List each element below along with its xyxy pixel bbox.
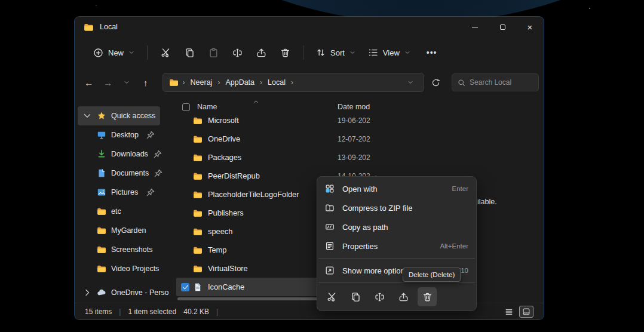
pin-icon [154, 168, 163, 178]
status-divider: | [119, 308, 121, 316]
file-name: Temp [208, 245, 226, 254]
sidebar-item-onedrive[interactable]: OneDrive - Perso [78, 283, 160, 302]
menu-item-label: Copy as path [342, 223, 388, 232]
minimize-button[interactable] [461, 17, 489, 37]
properties-icon [325, 241, 335, 251]
maximize-button[interactable] [489, 17, 516, 37]
sidebar-item-label: MyGarden [111, 226, 146, 235]
status-divider: | [216, 308, 218, 316]
command-toolbar: New Sort View ••• [75, 37, 544, 68]
pictures-icon [97, 187, 106, 197]
window-controls: × [461, 17, 544, 37]
chevron-down-icon[interactable] [82, 111, 92, 121]
details-view-button[interactable] [502, 306, 516, 318]
sort-button-label: Sort [330, 48, 345, 57]
maximize-icon [500, 24, 505, 30]
up-button[interactable]: ↑ [137, 73, 155, 91]
forward-button[interactable]: → [99, 73, 117, 91]
refresh-button[interactable] [427, 73, 444, 91]
share-button[interactable] [249, 42, 273, 63]
menu-quick-actions [317, 285, 476, 308]
trash-icon [422, 292, 433, 302]
chevron-down-icon [124, 79, 130, 85]
horizontal-scrollbar-thumb[interactable] [177, 297, 318, 300]
search-input[interactable] [470, 78, 533, 87]
sidebar-item-etc[interactable]: etc [78, 202, 160, 221]
breadcrumb-item-neeraj[interactable]: Neeraj [189, 78, 214, 87]
sort-button[interactable]: Sort [309, 42, 362, 63]
cut-button[interactable] [154, 42, 177, 63]
rename-icon [232, 48, 243, 58]
pin-icon [153, 149, 162, 159]
chevron-down-icon [128, 50, 134, 56]
item-count: 15 items [85, 308, 112, 316]
sidebar-item-quick-access[interactable]: Quick access [78, 106, 160, 125]
chevron-down-icon [407, 79, 413, 85]
navigation-pane: Quick access Desktop Downloads Documents [75, 96, 176, 303]
explorer-window: Local × New Sort View ••• [75, 17, 544, 319]
chevron-down-icon [404, 50, 410, 56]
select-all-checkbox[interactable] [182, 103, 190, 111]
copy-button[interactable] [346, 287, 365, 306]
breadcrumb-separator: › [287, 78, 298, 87]
toolbar-divider [303, 45, 303, 60]
breadcrumb-item-local[interactable]: Local [266, 78, 287, 87]
up-icon: ↑ [143, 78, 148, 88]
sidebar-item-desktop[interactable]: Desktop [78, 125, 160, 145]
column-header-date-modified[interactable]: Date mod [338, 103, 370, 111]
paste-button[interactable] [201, 42, 225, 63]
refresh-icon [431, 78, 440, 87]
folder-icon [193, 245, 203, 255]
sidebar-item-screenshots[interactable]: Screenshots [78, 240, 160, 259]
close-button[interactable]: × [516, 17, 544, 37]
menu-item-compress-zip[interactable]: Compress to ZIP file [317, 198, 476, 217]
onedrive-cloud-icon [97, 288, 106, 297]
menu-item-label: Compress to ZIP file [342, 204, 413, 213]
file-name: IconCache [208, 282, 244, 291]
sidebar-item-pictures[interactable]: Pictures [78, 183, 160, 202]
breadcrumb-item-appdata[interactable]: AppData [224, 78, 256, 87]
new-button[interactable]: New [87, 42, 141, 63]
share-icon [256, 48, 266, 58]
folder-icon [193, 264, 203, 273]
file-row[interactable]: Microsoft 19-06-202 [176, 111, 379, 130]
copy-icon [185, 48, 195, 58]
sidebar-item-mygarden[interactable]: MyGarden [78, 221, 160, 240]
file-name: Microsoft [208, 116, 239, 125]
selection-size: 40.2 KB [183, 308, 209, 316]
column-header-name[interactable]: Name [197, 103, 217, 111]
menu-item-properties[interactable]: Properties Alt+Enter [317, 236, 476, 256]
back-button[interactable]: ← [80, 73, 98, 91]
row-checkbox-checked[interactable] [181, 283, 189, 291]
show-more-options-icon [325, 266, 335, 275]
new-button-label: New [108, 48, 124, 57]
menu-item-copy-as-path[interactable]: Copy as path [317, 217, 476, 236]
clipped-text-fragment: ilable. [477, 198, 497, 206]
sort-ascending-icon [253, 99, 259, 105]
thumbnail-view-button[interactable] [519, 306, 533, 318]
view-button[interactable]: View [362, 42, 417, 63]
share-button[interactable] [394, 287, 413, 306]
sidebar-item-documents[interactable]: Documents [78, 164, 160, 183]
folder-icon [193, 134, 203, 144]
menu-separator [318, 282, 475, 283]
rename-button[interactable] [370, 287, 389, 306]
file-row[interactable]: Packages 13-09-202 [176, 148, 379, 167]
address-bar[interactable]: › Neeraj › AppData › Local › [162, 73, 425, 92]
pin-icon [146, 130, 155, 140]
delete-button[interactable] [273, 42, 297, 63]
paste-icon [208, 48, 219, 58]
delete-button[interactable] [418, 287, 437, 306]
chevron-down-icon [349, 50, 355, 56]
chevron-right-icon[interactable] [82, 288, 92, 297]
cut-button[interactable] [322, 287, 341, 306]
file-row[interactable]: OneDrive 12-07-202 [176, 130, 379, 148]
see-more-button[interactable]: ••• [427, 48, 437, 57]
copy-button[interactable] [177, 42, 201, 63]
sidebar-item-downloads[interactable]: Downloads [78, 145, 160, 164]
rename-button[interactable] [225, 42, 249, 63]
recent-locations-button[interactable] [118, 73, 136, 91]
address-dropdown-button[interactable] [403, 75, 418, 90]
menu-item-open-with[interactable]: Open with Enter [317, 179, 476, 198]
sidebar-item-video-projects[interactable]: Video Projects [78, 259, 160, 278]
